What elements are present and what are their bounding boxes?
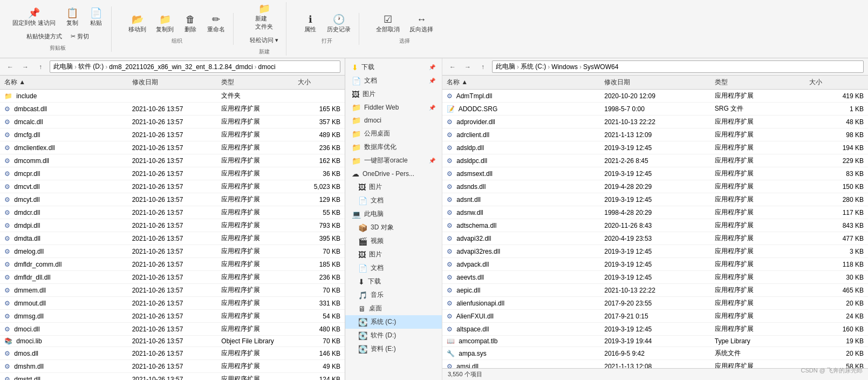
table-row[interactable]: ⚙ dmclientlex.dll 2021-10-26 13:57 应用程序扩… — [0, 141, 345, 154]
table-row[interactable]: ⚙ dmfldr_dll.dll 2021-10-26 13:57 应用程序扩展… — [0, 271, 345, 284]
left-back-button[interactable]: ← — [4, 61, 16, 73]
paste-shortcut-button[interactable]: 粘贴快捷方式 — [23, 31, 65, 42]
table-row[interactable]: ⚙ adsnt.dll 2019-3-19 12:45 应用程序扩展 280 K… — [442, 193, 868, 206]
sidebar-item-videos[interactable]: 🎬 视频 — [345, 234, 442, 248]
table-row[interactable]: ⚙ dmbcast.dll 2021-10-26 13:57 应用程序扩展 16… — [0, 103, 345, 116]
left-up-button[interactable]: ↑ — [35, 61, 46, 73]
col-header-name-left[interactable]: 名称 ▲ — [0, 76, 128, 90]
invert-button[interactable]: ↔ 反向选择 — [406, 13, 437, 35]
table-row[interactable]: ⚙ advapi32.dll 2020-4-19 23:53 应用程序扩展 47… — [442, 232, 868, 245]
table-row[interactable]: ⚙ adsldp.dll 2019-3-19 12:45 应用程序扩展 194 … — [442, 141, 868, 154]
table-row[interactable]: 📚 dmoci.lib 2021-10-26 13:57 Object File… — [0, 336, 345, 347]
sidebar-item-od-pictures[interactable]: 🖼 图片 — [345, 180, 442, 194]
sidebar-item-desktop-pub[interactable]: 📁 公用桌面 — [345, 127, 442, 140]
table-row[interactable]: ⚙ altspace.dll 2019-3-19 12:45 应用程序扩展 16… — [442, 323, 868, 336]
rename-button[interactable]: ✏ 重命名 — [203, 13, 229, 35]
table-row[interactable]: ⚙ adsnds.dll 2019-4-28 20:29 应用程序扩展 150 … — [442, 180, 868, 193]
sidebar-item-pc-documents[interactable]: 📄 文档 — [345, 261, 442, 275]
col-header-date-right[interactable]: 修改日期 — [600, 76, 710, 90]
cut-button[interactable]: ✂ 剪切 — [67, 31, 92, 42]
table-row[interactable]: ⚙ dmelog.dll 2021-10-26 13:57 应用程序扩展 70 … — [0, 245, 345, 258]
sidebar-item-pc-pictures[interactable]: 🖼 图片 — [345, 248, 442, 261]
sidebar-item-oracle[interactable]: 📁 一键部署oracle 📌 — [345, 154, 442, 167]
sidebar-item-3d[interactable]: 📦 3D 对象 — [345, 221, 442, 234]
history-button[interactable]: 🕐 历史记录 — [323, 13, 354, 35]
file-type: 应用程序扩展 — [710, 323, 805, 336]
table-row[interactable]: ⚙ advapi32res.dll 2019-3-19 12:45 应用程序扩展… — [442, 245, 868, 258]
pin-button[interactable]: 📌 固定到快 速访问 — [9, 6, 59, 29]
table-row[interactable]: ⚙ adrclient.dll 2021-1-13 12:09 应用程序扩展 9… — [442, 128, 868, 141]
table-row[interactable]: ⚙ dmdcr.dll 2021-10-26 13:57 应用程序扩展 55 K… — [0, 206, 345, 219]
paste-button[interactable]: 📄 粘贴 — [85, 6, 107, 29]
file-size: 331 KB — [293, 297, 345, 310]
table-row[interactable]: ⚙ advpack.dll 2019-3-19 12:45 应用程序扩展 118… — [442, 258, 868, 271]
table-row[interactable]: ⚙ dmshm.dll 2021-10-26 13:57 应用程序扩展 49 K… — [0, 360, 345, 373]
sidebar-item-downloads[interactable]: ⬇ 下载 📌 — [345, 60, 442, 74]
delete-button[interactable]: 🗑 删除 — [180, 13, 201, 35]
table-row[interactable]: ⚙ dmoci.dll 2021-10-26 13:57 应用程序扩展 480 … — [0, 323, 345, 336]
copy-button[interactable]: 📋 复制 — [61, 6, 83, 29]
table-row[interactable]: ⚙ dmfldr_comm.dll 2021-10-26 13:57 应用程序扩… — [0, 258, 345, 271]
col-header-size-right[interactable]: 大小 — [805, 76, 868, 90]
table-row[interactable]: ⚙ adsldpc.dll 2021-2-26 8:45 应用程序扩展 229 … — [442, 154, 868, 167]
new-folder-button[interactable]: 📁 新建文件夹 — [251, 2, 277, 32]
sidebar-item-onedrive[interactable]: ☁ OneDrive - Pers... — [345, 167, 442, 180]
table-row[interactable]: ⚙ dmmsg.dll 2021-10-26 13:57 应用程序扩展 54 K… — [0, 310, 345, 323]
table-row[interactable]: ⚙ adprovider.dll 2021-10-13 22:22 应用程序扩展… — [442, 116, 868, 128]
col-header-size-left[interactable]: 大小 — [293, 76, 345, 90]
table-row[interactable]: ⚙ dmcalc.dll 2021-10-26 13:57 应用程序扩展 357… — [0, 116, 345, 128]
copy-to-button[interactable]: 📁 复制到 — [152, 13, 177, 35]
table-row[interactable]: ⚙ dmos.dll 2021-10-26 13:57 应用程序扩展 146 K… — [0, 347, 345, 360]
col-header-name-right[interactable]: 名称 ▲ — [442, 76, 600, 90]
sidebar-item-d[interactable]: 💽 软件 (D:) — [345, 329, 442, 342]
sidebar-item-c[interactable]: 💽 系统 (C:) — [345, 315, 442, 329]
table-row[interactable]: ⚙ dmmout.dll 2021-10-26 13:57 应用程序扩展 331… — [0, 297, 345, 310]
properties-button[interactable]: ℹ 属性 — [299, 13, 321, 35]
sidebar-item-desktop[interactable]: 🖥 桌面 — [345, 302, 442, 315]
table-row[interactable]: ⚙ AlienFXUI.dll 2017-9-21 0:15 应用程序扩展 24… — [442, 310, 868, 323]
table-row[interactable]: ⚙ adsnw.dll 1998-4-28 20:29 应用程序扩展 117 K… — [442, 206, 868, 219]
sidebar-item-music[interactable]: 🎵 音乐 — [345, 288, 442, 302]
col-header-date-left[interactable]: 修改日期 — [128, 76, 217, 90]
table-row[interactable]: ⚙ aepic.dll 2021-10-13 22:22 应用程序扩展 465 … — [442, 284, 868, 297]
select-all-button[interactable]: ☑ 全部取消 — [372, 13, 404, 35]
sidebar-item-db-opt[interactable]: 📁 数据库优化 — [345, 140, 442, 154]
right-back-button[interactable]: ← — [447, 61, 459, 73]
table-row[interactable]: ⚙ dmcpr.dll 2021-10-26 13:57 应用程序扩展 36 K… — [0, 167, 345, 180]
move-to-button[interactable]: 📂 移动到 — [125, 13, 150, 35]
left-breadcrumb[interactable]: 此电脑 › 软件 (D:) › dm8_20211026_x86_win_32_… — [50, 60, 340, 73]
sidebar-item-pc-downloads[interactable]: ⬇ 下载 — [345, 275, 442, 288]
easy-access-button[interactable]: 轻松访问 ▾ — [247, 35, 282, 46]
table-row[interactable]: ⚙ adtschema.dll 2020-11-26 8:43 应用程序扩展 8… — [442, 219, 868, 232]
table-row[interactable]: ⚙ adsmsext.dll 2019-3-19 12:45 应用程序扩展 83… — [442, 167, 868, 180]
table-row[interactable]: ⚙ alienfusionapi.dll 2017-9-20 23:55 应用程… — [442, 297, 868, 310]
sidebar-item-dmoci[interactable]: 📁 dmoci — [345, 114, 442, 127]
sidebar-item-this-pc[interactable]: 💻 此电脑 — [345, 207, 442, 221]
table-row[interactable]: ⚙ dmcyt.dll 2021-10-26 13:57 应用程序扩展 129 … — [0, 193, 345, 206]
table-row[interactable]: 📖 amcompat.tlb 2019-3-19 19:44 Type Libr… — [442, 336, 868, 347]
table-row[interactable]: ⚙ AdmTmpl.dll 2020-10-20 12:09 应用程序扩展 41… — [442, 90, 868, 103]
right-breadcrumb[interactable]: 此电脑 › 系统 (C:) › Windows › SysWOW64 — [492, 60, 864, 73]
table-row[interactable]: 📁 include 文件夹 — [0, 90, 345, 103]
table-row[interactable]: 🔧 ampa.sys 2016-9-5 9:42 系统文件 20 KB — [442, 347, 868, 360]
table-row[interactable]: ⚙ dmdta.dll 2021-10-26 13:57 应用程序扩展 395 … — [0, 232, 345, 245]
table-row[interactable]: ⚙ dmcfg.dll 2021-10-26 13:57 应用程序扩展 489 … — [0, 128, 345, 141]
table-row[interactable]: ⚙ dmmem.dll 2021-10-26 13:57 应用程序扩展 70 K… — [0, 284, 345, 297]
sidebar-item-e[interactable]: 💽 资料 (E:) — [345, 342, 442, 356]
table-row[interactable]: ⚙ dmcomm.dll 2021-10-26 13:57 应用程序扩展 162… — [0, 154, 345, 167]
table-row[interactable]: 📝 ADODC.SRG 1998-5-7 0:00 SRG 文件 1 KB — [442, 103, 868, 116]
col-header-type-right[interactable]: 类型 — [710, 76, 805, 90]
table-row[interactable]: ⚙ aeevts.dll 2019-3-19 12:45 应用程序扩展 30 K… — [442, 271, 868, 284]
table-row[interactable]: ⚙ dmdpi.dll 2021-10-26 13:57 应用程序扩展 793 … — [0, 219, 345, 232]
right-forward-button[interactable]: → — [462, 61, 474, 73]
sidebar-item-od-documents[interactable]: 📄 文档 — [345, 194, 442, 207]
left-forward-button[interactable]: → — [19, 61, 31, 73]
sidebar-item-pictures[interactable]: 🖼 图片 — [345, 87, 442, 101]
table-row[interactable]: ⚙ dmcvt.dll 2021-10-26 13:57 应用程序扩展 5,02… — [0, 180, 345, 193]
file-date: 2021-10-26 13:57 — [128, 180, 217, 193]
table-row[interactable]: ⚙ dmstrt.dll 2021-10-26 13:57 应用程序扩展 124… — [0, 373, 345, 381]
sidebar-item-documents[interactable]: 📄 文档 📌 — [345, 74, 442, 87]
right-up-button[interactable]: ↑ — [477, 61, 489, 73]
col-header-type-left[interactable]: 类型 — [217, 76, 293, 90]
sidebar-item-fiddler[interactable]: 📁 Fiddler Web 📌 — [345, 101, 442, 114]
